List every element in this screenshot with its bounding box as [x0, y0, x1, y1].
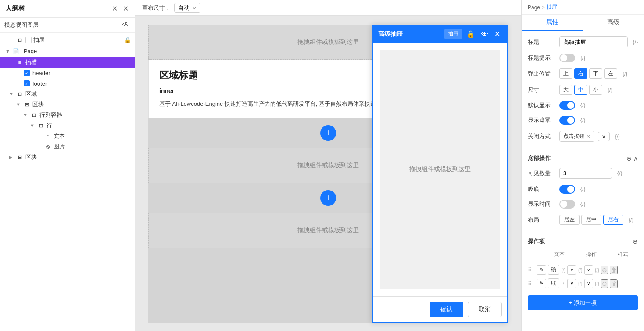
ops-drag-icon-1[interactable]: ⠿ [528, 267, 535, 273]
drop-zone-bottom-text: 拖拽组件或模板到这里 [297, 227, 359, 234]
block2-label: 区块 [25, 153, 131, 161]
canvas-scroll[interactable]: 拖拽组件或模板到这里 区域标题 inner 基于 Ali-Lowcode-Eng… [135, 16, 521, 331]
ops-chevron-2b[interactable]: ∨ [584, 279, 593, 288]
prop-show-mask-row: 显示遮罩 {/} [528, 116, 638, 125]
chou-checkbox[interactable] [25, 37, 32, 43]
prop-sticky-code-btn[interactable]: {/} [580, 186, 585, 192]
prop-visible-count-row: 可见数量 {/} [528, 168, 638, 179]
prop-default-show-code-btn[interactable]: {/} [580, 102, 585, 108]
prop-pos-row: 弹出位置 上 右 下 左 {/} [528, 68, 638, 79]
canvas-area: 画布尺寸： 自动 拖拽组件或模板到这里 区域标题 inner 基于 Ali-Lo… [135, 0, 521, 331]
drawer-drop-zone[interactable]: 拖拽组件或模板到这里 [380, 50, 500, 289]
layout-right-btn[interactable]: 居右 [603, 215, 623, 225]
prop-title-value [559, 36, 628, 47]
prop-show-time-toggle[interactable] [559, 200, 575, 209]
close-tag-remove-icon[interactable]: ✕ [586, 133, 590, 140]
tree-item-block1[interactable]: ▼ ⊟ 区块 [0, 99, 135, 110]
tree-item-area[interactable]: ▼ ⊟ 区域 [0, 89, 135, 99]
ops-delete-icon-2[interactable]: 🗑 [610, 279, 618, 288]
prop-visible-count-input[interactable] [559, 168, 612, 179]
ops-edit-btn-2[interactable]: ✎ [537, 279, 546, 288]
slot-item[interactable]: ≡ 插槽 [0, 57, 135, 68]
drawer-type-btn[interactable]: 抽屉 [444, 29, 462, 39]
pos-bottom-btn[interactable]: 下 [589, 68, 602, 79]
drawer-cancel-btn[interactable]: 取消 [468, 302, 502, 317]
prop-close-tag[interactable]: 点击按钮 ✕ [559, 131, 594, 142]
eye-icon[interactable]: 👁 [122, 20, 130, 30]
prop-default-show-toggle[interactable] [559, 101, 575, 110]
size-large-btn[interactable]: 大 [559, 85, 572, 95]
tree-item-cursor[interactable]: ⊡ 抽屉 🔒 [0, 35, 135, 45]
drawer-close-icon[interactable]: ✕ [493, 29, 502, 39]
ops-header-style: 样式 [608, 251, 638, 258]
ops-chevron-2a[interactable]: ∨ [567, 279, 576, 288]
prop-layout-code-btn[interactable]: {/} [629, 217, 633, 223]
ops-chevron-1b[interactable]: ∨ [584, 265, 593, 275]
ops-code-1b: {/} [578, 267, 582, 273]
tab-advanced[interactable]: 高级 [583, 15, 644, 31]
prop-close-code-btn[interactable]: {/} [615, 133, 620, 140]
action-items-table-header: 文本 操作 样式 [528, 251, 638, 261]
layout-center-btn[interactable]: 居中 [581, 215, 601, 225]
ops-add-icon-2[interactable]: ⊖ [601, 279, 608, 288]
prop-pos-code-btn[interactable]: {/} [623, 71, 627, 77]
right-panel: Page > 抽屉 属性 高级 标题 {/} 标题提示 {/} 弹出位置 上 右 [521, 0, 644, 331]
add-item-btn[interactable]: + 添加一项 [528, 295, 638, 310]
page-expand: ▼ [5, 49, 10, 54]
add-component-btn-2[interactable]: + [320, 190, 336, 206]
row-container-icon: ⊟ [30, 111, 38, 119]
tab-attrs[interactable]: 属性 [522, 15, 583, 31]
tree-item-footer[interactable]: ✓ footer [0, 78, 135, 89]
size-mid-btn[interactable]: 中 [574, 85, 587, 95]
ops-drag-icon-2[interactable]: ⠿ [528, 281, 535, 287]
ops-chevron-1a[interactable]: ∨ [567, 265, 576, 275]
add-component-btn-1[interactable]: + [320, 125, 336, 141]
prop-pos-label: 弹出位置 [528, 70, 556, 78]
drawer-eye-icon[interactable]: 👁 [479, 29, 490, 39]
pos-right-btn[interactable]: 右 [574, 68, 587, 79]
left-panel: 大纲树 ✕ ✕ 模态视图图层 👁 ⊡ 抽屉 🔒 ▼ 📄 Page [0, 0, 135, 331]
pos-left-btn[interactable]: 左 [604, 68, 617, 79]
ops-code-1c: {/} [595, 267, 599, 273]
prop-tip-code-btn[interactable]: {/} [580, 55, 585, 61]
pos-top-btn[interactable]: 上 [559, 68, 572, 79]
bottom-ops-settings-icon[interactable]: ⊖ [626, 155, 632, 162]
tree-item-text[interactable]: ○ 文本 [0, 131, 135, 141]
bottom-ops-collapse-btn[interactable]: ∧ [633, 155, 638, 162]
canvas-size-select[interactable]: 自动 [174, 3, 200, 13]
prop-show-mask-code-btn[interactable]: {/} [580, 117, 585, 123]
prop-title-code-btn[interactable]: {/} [633, 39, 638, 45]
drawer-lock-icon[interactable]: 🔒 [465, 29, 477, 39]
layout-left-btn[interactable]: 居左 [559, 215, 580, 225]
bottom-ops-title: 底部操作 [528, 155, 551, 162]
tree-item-header[interactable]: ✓ header [0, 68, 135, 78]
prop-show-mask-toggle[interactable] [559, 116, 575, 125]
prop-close-dropdown-btn[interactable]: ∨ [598, 132, 610, 141]
prop-size-options: 大 中 小 [559, 85, 602, 95]
slot-icon: ≡ [16, 58, 24, 66]
ops-add-icon-1[interactable]: ⊖ [601, 266, 608, 274]
header-checkbox[interactable]: ✓ [24, 70, 30, 76]
prop-tip-toggle[interactable] [559, 54, 575, 62]
prop-sticky-toggle[interactable] [559, 185, 575, 194]
page-node[interactable]: ▼ 📄 Page [0, 45, 135, 57]
layer-section-label: 模态视图图层 [4, 21, 39, 29]
prop-visible-count-code-btn[interactable]: {/} [617, 170, 622, 176]
tree-item-row[interactable]: ▼ ⊟ 行 [0, 120, 135, 131]
prop-title-input[interactable] [559, 36, 628, 47]
tree-item-image[interactable]: ◎ 图片 [0, 141, 135, 152]
action-items-settings-icon[interactable]: ⊖ [633, 238, 638, 245]
prop-show-time-code-btn[interactable]: {/} [580, 201, 585, 207]
drawer-confirm-btn[interactable]: 确认 [430, 302, 463, 317]
tree-item-block2[interactable]: ▶ ⊟ 区块 [0, 152, 135, 162]
size-small-btn[interactable]: 小 [589, 85, 602, 95]
ops-delete-icon-1[interactable]: 🗑 [610, 266, 618, 274]
close-panel-icon[interactable]: ✕ [122, 4, 129, 14]
prop-size-code-btn[interactable]: {/} [608, 87, 612, 93]
prop-sticky-row: 吸底 {/} [528, 185, 638, 194]
divider-2 [522, 231, 644, 231]
ops-edit-btn-1[interactable]: ✎ [537, 265, 546, 275]
footer-checkbox[interactable]: ✓ [24, 80, 30, 86]
tree-item-row-container[interactable]: ▼ ⊟ 行列容器 [0, 110, 135, 120]
unlink-icon[interactable]: ✕ [111, 4, 118, 14]
